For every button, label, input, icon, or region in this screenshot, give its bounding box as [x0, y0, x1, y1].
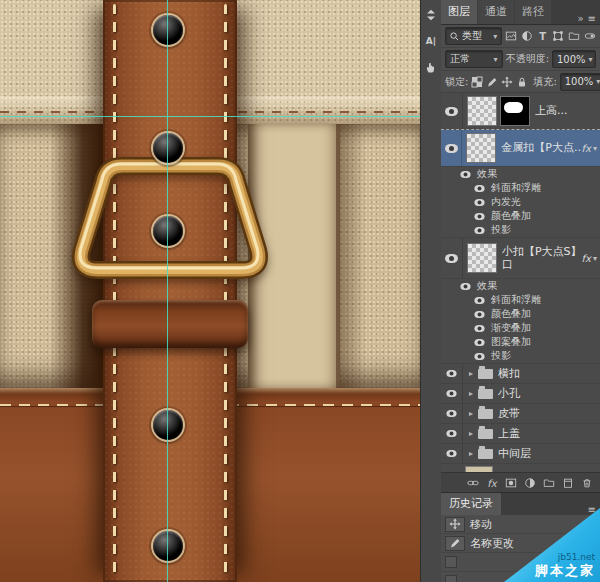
shape-filter-icon[interactable] [552, 29, 565, 44]
layer-mask-thumbnail[interactable] [500, 96, 530, 126]
filter-kind-dropdown[interactable]: 类型 ▾ [445, 27, 502, 45]
layer-row-selected[interactable]: 金属扣【P大点... fx ▾ [441, 130, 600, 167]
layer-row[interactable]: 上高... [441, 93, 600, 130]
smart-object-filter-icon[interactable] [568, 29, 581, 44]
chevron-down-icon: ▾ [494, 55, 498, 64]
character-panel-icon[interactable]: A| [423, 33, 439, 49]
visibility-eye-icon[interactable] [474, 296, 484, 303]
pixel-filter-icon[interactable] [505, 29, 518, 44]
add-mask-icon[interactable] [504, 476, 518, 490]
fill-value-dropdown[interactable]: 100% ▾ [560, 73, 600, 91]
visibility-eye-icon[interactable] [474, 310, 484, 317]
blend-mode-dropdown[interactable]: 正常 ▾ [445, 50, 503, 68]
effects-header-row[interactable]: 效果 [441, 167, 600, 181]
grommet-hole [153, 410, 183, 440]
filter-toggle-icon[interactable] [583, 29, 596, 44]
panel-tabs-bar: 图层 通道 路径 » ≡ [441, 0, 600, 25]
group-name[interactable]: 上盖 [498, 426, 520, 441]
effect-row[interactable]: 图案叠加 [441, 335, 600, 349]
layer-style-fx-icon[interactable]: fx [485, 476, 499, 490]
fill-label: 填充: [533, 75, 556, 89]
effect-row[interactable]: 颜色叠加 [441, 307, 600, 321]
panel-menu-icon[interactable]: ≡ [588, 13, 596, 24]
visibility-eye-icon[interactable] [474, 212, 484, 219]
new-group-icon[interactable] [542, 476, 556, 490]
type-filter-icon[interactable]: T [536, 29, 549, 44]
layers-panel-toolbar: fx [441, 472, 600, 493]
layer-name[interactable]: 小扣【P大点S】 口 [502, 245, 582, 271]
group-row[interactable]: ▸ 小孔 [441, 384, 600, 404]
effect-row[interactable]: 斜面和浮雕 [441, 181, 600, 195]
notes-panel-icon[interactable] [423, 59, 439, 75]
layer-row[interactable]: 小扣【P大点S】 口 fx ▾ [441, 238, 600, 279]
visibility-eye-icon[interactable] [474, 324, 484, 331]
visibility-eye-icon[interactable] [445, 144, 458, 153]
canvas-area[interactable] [0, 0, 420, 582]
link-layers-icon[interactable] [466, 476, 480, 490]
visibility-eye-icon[interactable] [446, 410, 456, 417]
lock-all-icon[interactable] [516, 75, 528, 89]
group-row[interactable]: ▸ 横扣 [441, 364, 600, 384]
layer-name[interactable]: 金属扣【P大点... [501, 141, 581, 154]
visibility-eye-icon[interactable] [446, 390, 456, 397]
collapse-panels-icon[interactable]: » [577, 13, 583, 24]
lock-pixels-icon[interactable] [486, 75, 498, 89]
visibility-eye-icon[interactable] [445, 107, 458, 116]
tab-paths[interactable]: 路径 [515, 0, 551, 24]
group-row[interactable]: ▸ 上盖 [441, 424, 600, 444]
effect-row[interactable]: 斜面和浮雕 [441, 293, 600, 307]
lock-transparency-icon[interactable] [471, 75, 483, 89]
chevron-right-icon[interactable]: ▸ [469, 429, 473, 438]
chevron-right-icon[interactable]: ▸ [469, 389, 473, 398]
adjustment-filter-icon[interactable] [521, 29, 534, 44]
group-name[interactable]: 皮带 [498, 406, 520, 421]
chevron-right-icon[interactable]: ▸ [469, 449, 473, 458]
layer-fx-badge[interactable]: fx ▾ [582, 143, 600, 154]
visibility-eye-icon[interactable] [446, 430, 456, 437]
group-name[interactable]: 中间层 [498, 446, 531, 461]
chevron-right-icon[interactable]: ▸ [469, 369, 473, 378]
opacity-value-dropdown[interactable]: 100% ▾ [552, 50, 596, 68]
group-row[interactable]: ▸ 中间层 [441, 444, 600, 464]
effect-row[interactable]: 渐变叠加 [441, 321, 600, 335]
group-name[interactable]: 小孔 [498, 386, 520, 401]
move-step-icon [445, 517, 465, 532]
layer-thumbnail[interactable] [467, 243, 497, 273]
effect-row[interactable]: 投影 [441, 349, 600, 364]
tab-layers[interactable]: 图层 [441, 0, 477, 24]
double-arrow-icon[interactable] [423, 7, 439, 23]
visibility-eye-icon[interactable] [474, 338, 484, 345]
delete-layer-icon[interactable] [580, 476, 594, 490]
new-layer-icon[interactable] [561, 476, 575, 490]
effects-header-row[interactable]: 效果 [441, 279, 600, 293]
search-icon [450, 32, 459, 41]
group-row[interactable]: ▸ 皮带 [441, 404, 600, 424]
visibility-eye-icon[interactable] [474, 184, 484, 191]
group-name[interactable]: 横扣 [498, 366, 520, 381]
layer-thumbnail[interactable] [467, 96, 497, 126]
visibility-eye-icon[interactable] [474, 352, 484, 359]
effect-row[interactable]: 投影 [441, 223, 600, 238]
layer-fx-badge[interactable]: fx ▾ [582, 253, 600, 264]
effect-row[interactable]: 颜色叠加 [441, 209, 600, 223]
visibility-eye-icon[interactable] [474, 198, 484, 205]
horizontal-guide [0, 116, 420, 117]
layer-thumbnail[interactable] [466, 133, 496, 163]
layer-name[interactable]: 上高... [535, 104, 568, 117]
visibility-eye-icon[interactable] [445, 254, 458, 263]
history-panel-header: 历史记录 ≡ [441, 492, 600, 516]
visibility-eye-icon[interactable] [460, 282, 470, 289]
visibility-eye-icon[interactable] [474, 226, 484, 233]
right-panel: 图层 通道 路径 » ≡ 类型 ▾ T [441, 0, 600, 582]
visibility-eye-icon[interactable] [446, 450, 456, 457]
visibility-eye-icon[interactable] [446, 370, 456, 377]
lock-row: 锁定: 填充: 100% ▾ [441, 71, 600, 93]
visibility-eye-icon[interactable] [460, 170, 470, 177]
strap-stitch-right [224, 4, 227, 578]
tab-channels[interactable]: 通道 [478, 0, 514, 24]
chevron-right-icon[interactable]: ▸ [469, 409, 473, 418]
adjustment-layer-icon[interactable] [523, 476, 537, 490]
lock-position-icon[interactable] [501, 75, 513, 89]
effect-row[interactable]: 内发光 [441, 195, 600, 209]
tab-history[interactable]: 历史记录 [441, 493, 501, 515]
